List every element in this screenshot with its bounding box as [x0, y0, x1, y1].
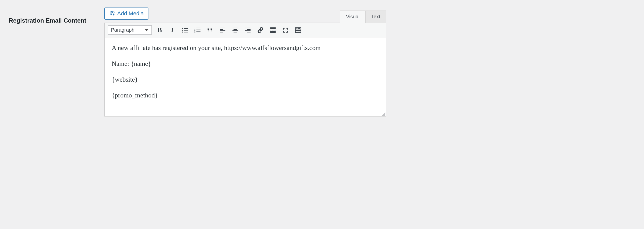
svg-point-2 [182, 29, 183, 30]
svg-rect-29 [270, 31, 276, 33]
svg-rect-9 [196, 29, 200, 30]
svg-rect-14 [220, 30, 225, 31]
svg-rect-21 [247, 29, 251, 30]
format-selector[interactable]: Paragraph [108, 25, 152, 35]
field-label: Registration Email Content [9, 8, 97, 24]
svg-rect-42 [296, 31, 296, 31]
svg-rect-39 [298, 29, 299, 29]
quote-icon [207, 27, 213, 33]
content-paragraph: Name: {name} [112, 59, 379, 69]
insert-link-button[interactable] [257, 27, 264, 34]
content-paragraph: {promo_method} [112, 90, 379, 100]
editor-content-area[interactable]: A new affiliate has registered on your s… [104, 37, 386, 117]
keyboard-icon [295, 27, 301, 33]
svg-rect-43 [297, 31, 297, 31]
align-right-icon [245, 27, 251, 33]
tab-text[interactable]: Text [365, 11, 386, 23]
svg-rect-40 [299, 29, 300, 29]
svg-rect-15 [220, 32, 223, 32]
svg-rect-24 [270, 27, 276, 29]
add-media-button[interactable]: Add Media [104, 8, 148, 20]
blockquote-button[interactable] [207, 27, 214, 34]
svg-rect-12 [220, 28, 225, 28]
editor-wrapper: Add Media Visual Text Paragraph B I [104, 8, 386, 117]
align-left-icon [219, 27, 226, 33]
fullscreen-button[interactable] [282, 27, 289, 34]
svg-rect-18 [232, 30, 238, 31]
svg-rect-41 [295, 30, 301, 33]
svg-rect-45 [298, 31, 299, 31]
svg-rect-26 [272, 30, 273, 30]
svg-rect-20 [245, 28, 251, 28]
toolbar-buttons: B I 1 2 3 [156, 27, 302, 34]
svg-rect-3 [184, 30, 188, 30]
italic-button[interactable]: I [169, 27, 176, 34]
svg-rect-36 [296, 29, 296, 29]
svg-rect-44 [298, 31, 298, 31]
toolbar-toggle-button[interactable] [295, 27, 302, 34]
editor-top-bar: Add Media Visual Text [104, 8, 386, 23]
bulleted-list-button[interactable] [181, 27, 188, 34]
editor-tabs: Visual Text [340, 10, 386, 23]
svg-rect-38 [298, 29, 298, 29]
svg-rect-25 [270, 30, 271, 30]
svg-rect-37 [297, 29, 297, 29]
insert-readmore-button[interactable] [269, 27, 276, 34]
svg-rect-31 [296, 28, 296, 29]
svg-rect-35 [299, 28, 300, 29]
format-selector-label: Paragraph [111, 27, 134, 33]
bulleted-list-icon [182, 27, 188, 33]
svg-rect-28 [275, 30, 276, 30]
chevron-down-icon [145, 29, 148, 31]
svg-rect-23 [247, 32, 251, 32]
svg-rect-5 [184, 32, 188, 32]
svg-point-4 [182, 31, 183, 32]
svg-rect-7 [196, 28, 200, 28]
svg-rect-13 [220, 29, 223, 30]
settings-row: Registration Email Content Add Media Vis… [0, 0, 644, 124]
svg-rect-30 [295, 28, 301, 30]
svg-rect-47 [297, 31, 300, 32]
tab-visual[interactable]: Visual [340, 11, 365, 23]
bold-button[interactable]: B [156, 27, 163, 34]
svg-rect-27 [273, 30, 274, 30]
svg-rect-33 [298, 28, 298, 29]
svg-text:1: 1 [194, 27, 195, 29]
align-center-button[interactable] [232, 27, 239, 34]
link-icon [257, 27, 264, 33]
content-paragraph: {website} [112, 75, 379, 84]
svg-rect-46 [299, 31, 300, 31]
svg-rect-34 [298, 28, 299, 29]
readmore-icon [270, 27, 276, 33]
svg-rect-22 [245, 30, 251, 31]
camera-media-icon [109, 11, 115, 17]
svg-rect-17 [234, 29, 237, 30]
svg-rect-11 [196, 31, 200, 32]
svg-rect-1 [184, 28, 188, 29]
align-right-button[interactable] [244, 27, 251, 34]
resize-handle[interactable] [381, 112, 385, 116]
svg-rect-32 [297, 28, 297, 29]
numbered-list-button[interactable]: 1 2 3 [194, 27, 201, 34]
numbered-list-icon: 1 2 3 [194, 27, 201, 33]
fullscreen-icon [282, 27, 289, 33]
content-paragraph: A new affiliate has registered on your s… [112, 43, 379, 53]
svg-rect-19 [234, 32, 237, 32]
align-center-icon [232, 27, 238, 33]
add-media-label: Add Media [117, 10, 144, 17]
svg-point-0 [182, 28, 183, 29]
svg-rect-16 [232, 28, 238, 28]
editor-toolbar: Paragraph B I 1 2 3 [104, 23, 386, 37]
align-left-button[interactable] [219, 27, 226, 34]
svg-text:2: 2 [194, 29, 195, 31]
svg-text:3: 3 [194, 31, 195, 33]
